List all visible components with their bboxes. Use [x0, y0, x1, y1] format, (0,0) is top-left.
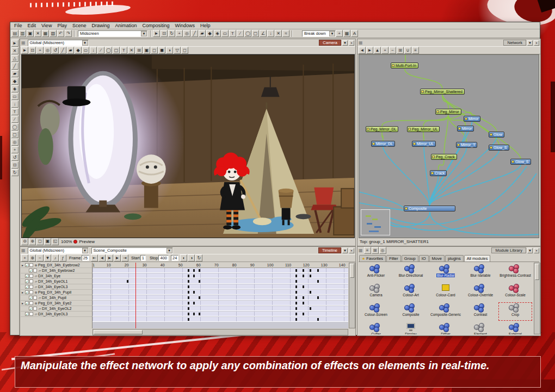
keyframe-mark[interactable] — [193, 313, 195, 315]
fps-field[interactable]: 24 — [171, 255, 178, 261]
next-frame-icon[interactable]: ► — [114, 254, 121, 262]
first-frame-icon[interactable]: ⇤ — [91, 254, 98, 262]
library-tab-group[interactable]: Group — [402, 255, 418, 262]
timeline-layer-row[interactable]: ▸✓⊕Peg_DX_34h_Eye2 — [21, 301, 92, 306]
network-node-composite[interactable]: Composite — [404, 206, 455, 211]
menu-animation[interactable]: Animation — [112, 23, 139, 28]
nav-up-icon[interactable]: ▲ — [374, 47, 381, 54]
loop-icon[interactable]: ↻ — [195, 254, 202, 262]
paint-icon[interactable]: ◆ — [11, 78, 18, 85]
keyframe-mark[interactable] — [295, 269, 297, 272]
play-icon[interactable]: ► — [106, 254, 113, 262]
timeline-layer-row[interactable]: ✓▱DX_34h_Eye — [21, 273, 92, 279]
playhead[interactable] — [135, 263, 136, 328]
zoom-tool-icon[interactable]: ◎ — [183, 30, 190, 37]
contour-editor-icon[interactable]: △ — [11, 55, 18, 62]
brush-icon[interactable]: ▰ — [67, 47, 74, 54]
camera-tab[interactable]: Camera — [319, 40, 341, 46]
zoom-tool-icon[interactable]: ◎ — [44, 47, 51, 54]
close-icon[interactable]: × — [534, 40, 539, 46]
keyframe-mark[interactable] — [188, 275, 189, 277]
layer-enable-checkbox[interactable]: ✓ — [29, 269, 33, 272]
layer-select-checkbox[interactable] — [29, 285, 33, 289]
chevron-down-icon[interactable]: ▼ — [166, 248, 172, 253]
rename-drawing-icon[interactable]: A — [351, 30, 358, 37]
sound-icon[interactable]: ♪ — [52, 254, 59, 262]
network-node-peg_mirror_ul[interactable]: Peg_Mirror_UL — [407, 126, 440, 132]
line-icon[interactable]: ∕ — [97, 47, 104, 54]
menu-edit[interactable]: Edit — [25, 23, 39, 28]
module-contrast[interactable]: Contrast — [463, 302, 498, 321]
module-dither[interactable]: Dither — [428, 321, 463, 334]
module-brightness-contrast[interactable]: Brightness-Contrast — [498, 263, 533, 282]
library-tab-filter[interactable]: Filter — [386, 255, 401, 262]
layer-enable-checkbox[interactable]: ✓ — [25, 290, 29, 294]
module-colour-card[interactable]: Colour-Card — [428, 282, 463, 302]
layer-enable-checkbox[interactable]: ✓ — [25, 263, 29, 267]
grid-icon[interactable]: ⊞ — [135, 47, 143, 54]
tab-menu-icon[interactable]: ▼ — [527, 248, 533, 253]
layer-enable-checkbox[interactable]: ✓ — [29, 307, 33, 310]
keyframe-mark[interactable] — [295, 291, 297, 294]
polyline-icon[interactable]: ∠ — [260, 30, 267, 37]
delete-module-icon[interactable]: − — [389, 47, 396, 54]
stop-field[interactable]: 400 — [158, 255, 169, 261]
chevron-down-icon[interactable]: ▼ — [82, 248, 88, 253]
module-blur-radial[interactable]: Blur-Radial — [428, 263, 463, 282]
network-node-multi_port_in[interactable]: Multi-Port-In — [391, 63, 418, 69]
menu-view[interactable]: View — [39, 23, 54, 28]
module-colour-override[interactable]: Colour-Override — [463, 282, 498, 302]
rotate-view-icon[interactable]: ↺ — [11, 154, 18, 161]
add-peg-icon[interactable]: ⊕ — [29, 254, 36, 262]
keyframe-mark[interactable] — [188, 269, 189, 272]
tab-menu-icon[interactable]: ▼ — [342, 248, 348, 253]
save-icon[interactable]: ▣ — [27, 30, 34, 37]
eraser-icon[interactable]: ▭ — [221, 30, 229, 37]
keyframe-mark[interactable] — [193, 302, 195, 304]
keyframe-mark[interactable] — [303, 302, 304, 304]
network-node-glow_s[interactable]: Glow_S — [489, 145, 509, 151]
keyframe-mark[interactable] — [188, 302, 189, 304]
network-canvas[interactable]: Multi-Port-InPeg_Mirror_ShatteredPeg_Mir… — [359, 54, 539, 238]
camera-mask-icon[interactable]: ▽ — [174, 47, 181, 54]
scrollbar-thumb[interactable] — [94, 330, 143, 334]
rotate-tool-icon[interactable]: ↻ — [168, 30, 175, 37]
brush-icon[interactable]: ▰ — [11, 70, 18, 77]
layer-enable-checkbox[interactable]: ✓ — [25, 279, 29, 283]
menu-windows[interactable]: Windows — [172, 23, 198, 28]
reset-view-icon[interactable]: ◻ — [181, 47, 188, 54]
keyframe-mark[interactable] — [199, 296, 200, 299]
scrollbar-thumb[interactable] — [350, 264, 354, 278]
module-display[interactable]: Display — [393, 321, 428, 334]
new-icon[interactable]: ▤ — [11, 30, 18, 37]
module-composite-generic[interactable]: Composite-Generic — [428, 302, 463, 321]
keyframe-mark[interactable] — [303, 275, 304, 277]
tab-menu-icon[interactable]: ▼ — [342, 40, 348, 46]
timeline-layer-row[interactable]: ▸✓⊕Peg_DX_34h_Eyebrow2 — [21, 263, 92, 268]
network-node-crack[interactable]: Crack — [430, 170, 447, 176]
network-overview-inset[interactable] — [361, 209, 390, 235]
layer-enable-checkbox[interactable]: ✓ — [25, 301, 29, 305]
onion-prev-icon[interactable]: ◐ — [180, 254, 187, 262]
timeline-layer-row[interactable]: ✓▱DX_34h_EyeOL3 — [21, 312, 92, 317]
keyframe-mark[interactable] — [188, 318, 189, 321]
layer-select-checkbox[interactable] — [33, 269, 37, 272]
line-icon[interactable]: ∕ — [237, 30, 244, 37]
text-icon[interactable]: T — [229, 30, 236, 37]
timeline-layer-row[interactable]: ✓▱DX_34h_Eyebrow2 — [21, 268, 92, 273]
menu-drawing[interactable]: Drawing — [89, 23, 112, 28]
timeline-layer-row[interactable]: ✓▱DX_34h_EyeOL3 — [21, 284, 92, 290]
select-icon[interactable]: ► — [21, 47, 28, 54]
prev-frame-icon[interactable]: ◄ — [98, 254, 106, 262]
undo-icon[interactable]: ↶ — [57, 30, 64, 37]
timeline-layer-row[interactable]: ✓▱DX_34h_EyeOL1 — [21, 279, 92, 284]
panel-grip-icon[interactable]: ▦ — [359, 40, 363, 45]
rotate-tool-icon[interactable]: ↻ — [11, 169, 18, 176]
network-tab[interactable]: Network — [503, 40, 526, 46]
close-icon[interactable]: × — [534, 248, 539, 253]
morph-icon[interactable]: ≈ — [282, 30, 289, 37]
module-colour-screen[interactable]: Colour-Screen — [359, 302, 393, 321]
transform-icon[interactable]: ⊡ — [11, 161, 18, 169]
layer-select-checkbox[interactable] — [29, 312, 33, 316]
onion-next-icon[interactable]: ◑ — [188, 254, 195, 262]
